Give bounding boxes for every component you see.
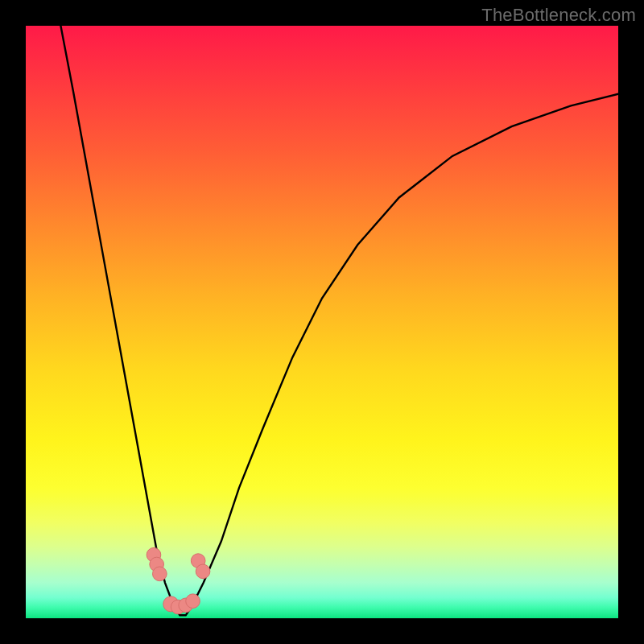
bottleneck-curve (60, 26, 618, 615)
watermark-text: TheBottleneck.com (481, 5, 636, 26)
curve-marker (153, 567, 167, 581)
plot-area (26, 26, 618, 618)
curve-markers (147, 547, 210, 613)
app-frame: TheBottleneck.com (0, 0, 644, 644)
curve-marker (196, 564, 210, 579)
curve-marker (186, 594, 200, 609)
curve-svg (26, 26, 618, 618)
